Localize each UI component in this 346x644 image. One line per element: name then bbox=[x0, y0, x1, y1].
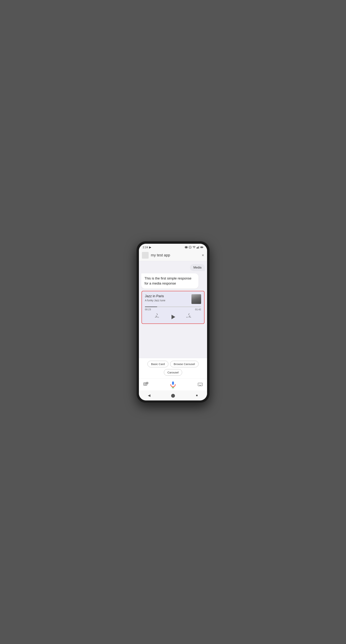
svg-text:30: 30 bbox=[186, 316, 188, 318]
back-icon: ◀ bbox=[148, 393, 150, 398]
nav-bar: ◀ ⬤ ■ bbox=[139, 390, 207, 400]
svg-rect-0 bbox=[185, 246, 185, 248]
suggestions-row: Basic Card Browse Carousel Carousel bbox=[139, 358, 207, 378]
media-top: Jazz in Paris A funky Jazz tune bbox=[145, 294, 201, 304]
chat-area: Media This is the first simple response … bbox=[139, 261, 207, 358]
progress-times: 00:23 01:42 bbox=[145, 308, 201, 311]
svg-rect-3 bbox=[186, 246, 187, 248]
signal-icon bbox=[196, 246, 199, 249]
vibrate-icon bbox=[185, 246, 188, 249]
svg-rect-21 bbox=[172, 382, 174, 385]
svg-rect-11 bbox=[203, 247, 203, 248]
svg-rect-8 bbox=[198, 246, 199, 248]
battery-icon bbox=[200, 246, 203, 249]
user-bubble: Media bbox=[190, 264, 205, 271]
media-thumbnail bbox=[191, 294, 201, 304]
recents-icon: ■ bbox=[196, 394, 198, 397]
progress-fill bbox=[145, 306, 157, 307]
status-time: 2:24 bbox=[143, 246, 148, 249]
play-button[interactable] bbox=[169, 313, 177, 321]
screenshot-button[interactable] bbox=[143, 381, 149, 388]
chip-basic-card[interactable]: Basic Card bbox=[147, 361, 168, 367]
svg-point-17 bbox=[144, 383, 146, 385]
phone-screen: 2:24 ▶ my test app × bbox=[139, 244, 207, 400]
progress-track[interactable] bbox=[145, 306, 201, 307]
media-title: Jazz in Paris bbox=[145, 294, 191, 298]
app-header: my test app × bbox=[139, 250, 207, 261]
media-thumb-image bbox=[191, 294, 201, 304]
status-icons bbox=[185, 246, 203, 249]
recents-button[interactable]: ■ bbox=[194, 392, 200, 398]
svg-text:10: 10 bbox=[158, 316, 159, 318]
back-button[interactable]: ◀ bbox=[146, 392, 152, 398]
assistant-bubble: This is the first simple response for a … bbox=[141, 273, 199, 289]
forward30-button[interactable]: 30 bbox=[184, 313, 191, 321]
chip-browse-carousel[interactable]: Browse Carousel bbox=[170, 361, 199, 367]
phone-device: 2:24 ▶ my test app × bbox=[137, 242, 209, 403]
svg-rect-7 bbox=[197, 247, 198, 248]
home-icon: ⬤ bbox=[171, 393, 175, 398]
svg-marker-14 bbox=[172, 315, 175, 319]
dnd-icon bbox=[189, 246, 192, 249]
status-time-area: 2:24 ▶ bbox=[143, 246, 151, 249]
replay10-button[interactable]: 10 bbox=[155, 313, 162, 321]
svg-rect-9 bbox=[199, 246, 199, 248]
microphone-button[interactable] bbox=[169, 380, 177, 388]
bottom-bar bbox=[139, 378, 207, 390]
svg-rect-6 bbox=[197, 248, 197, 248]
chip-carousel[interactable]: Carousel bbox=[164, 369, 182, 376]
keyboard-button[interactable] bbox=[197, 381, 203, 388]
media-controls: 10 30 bbox=[145, 313, 201, 321]
svg-rect-1 bbox=[187, 246, 188, 248]
media-info: Jazz in Paris A funky Jazz tune bbox=[145, 294, 191, 302]
current-time: 00:23 bbox=[145, 308, 151, 311]
home-button[interactable]: ⬤ bbox=[170, 392, 176, 398]
assistant-message-text: This is the first simple response for a … bbox=[144, 276, 191, 285]
media-player-card: Jazz in Paris A funky Jazz tune 00:23 01… bbox=[142, 291, 204, 324]
progress-wrap: 00:23 01:42 bbox=[145, 306, 201, 311]
user-message-text: Media bbox=[193, 266, 202, 269]
app-icon bbox=[142, 252, 149, 259]
total-time: 01:42 bbox=[195, 308, 201, 311]
wifi-icon bbox=[193, 246, 196, 249]
user-message-wrap: Media bbox=[141, 264, 205, 271]
media-subtitle: A funky Jazz tune bbox=[145, 299, 191, 302]
close-button[interactable]: × bbox=[202, 253, 204, 257]
app-title: my test app bbox=[151, 253, 199, 257]
play-indicator: ▶ bbox=[149, 246, 151, 249]
status-bar: 2:24 ▶ bbox=[139, 244, 207, 250]
